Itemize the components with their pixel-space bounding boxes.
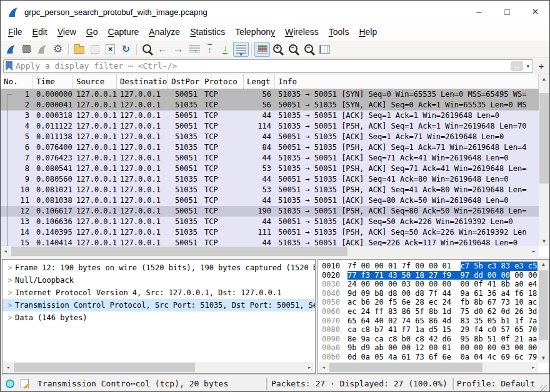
packet-list-hscrollbar[interactable]: ◄ ► [1, 246, 539, 257]
scroll-right-icon[interactable]: ► [529, 246, 539, 257]
auto-scroll-button[interactable]: ▾ [233, 42, 249, 57]
capture-start-button[interactable] [3, 42, 19, 57]
scroll-left-icon[interactable]: ◄ [319, 362, 328, 373]
detail-line[interactable]: >Transmission Control Protocol, Src Port… [2, 299, 315, 311]
scroll-left-icon[interactable]: ◄ [3, 362, 12, 373]
open-file-button[interactable] [71, 42, 87, 57]
menu-item-capture[interactable]: Capture [103, 25, 144, 39]
packet-row[interactable]: 20.000041127.0.0.1127.0.0.151035TCP56500… [1, 100, 539, 110]
hex-hscrollbar[interactable]: ◄ ► [319, 362, 538, 373]
hex-row[interactable]: 00107f 00 00 01 7f 00 00 01 c7 5b c3 83 … [322, 262, 538, 271]
packet-row[interactable]: 60.076400127.0.0.1127.0.0.151035TCP84500… [1, 142, 539, 153]
scroll-left-icon[interactable]: ◄ [1, 246, 10, 257]
hex-row[interactable]: 00908e 9a ca c8 b0 c8 42 d6 95 8b 51 0f … [322, 335, 538, 344]
packet-row[interactable]: 40.011122127.0.0.1127.0.0.150051TCP11451… [1, 121, 539, 132]
scroll-right-icon[interactable]: ► [529, 362, 538, 373]
vscroll-thumb[interactable] [539, 93, 549, 184]
packet-row[interactable]: 80.080541127.0.0.1127.0.0.150051TCP53510… [1, 164, 539, 174]
detail-line[interactable]: >Null/Loopback [2, 274, 315, 287]
apply-filter-button[interactable]: → [511, 61, 523, 71]
zoom-in-button[interactable]: + [270, 42, 286, 57]
chevron-right-icon[interactable]: > [5, 274, 15, 287]
packet-row[interactable]: 150.140414127.0.0.1127.0.0.150051TCP4451… [1, 238, 539, 246]
save-file-button[interactable] [87, 42, 102, 57]
column-header-no[interactable]: No. [1, 74, 33, 89]
packet-row[interactable]: 50.011138127.0.0.1127.0.0.151035TCP44500… [1, 132, 539, 142]
capture-options-button[interactable]: ⚙ [50, 42, 66, 57]
hex-row[interactable]: 00409d 09 b8 d8 00 d8 7f 44 9a 61 36 a4 … [322, 289, 538, 298]
close-file-button[interactable]: × [102, 42, 118, 57]
detail-line[interactable]: >Frame 12: 190 bytes on wire (1520 bits)… [2, 262, 315, 274]
hex-row[interactable]: 0060ec 24 ff 83 86 5f 8b 1d 75 d0 62 0d … [322, 307, 538, 316]
detail-line[interactable]: >Internet Protocol Version 4, Src: 127.0… [2, 287, 315, 299]
menu-item-statistics[interactable]: Statistics [185, 25, 230, 39]
resize-grip[interactable] [540, 385, 548, 392]
hex-row[interactable]: 003024 00 00 00 03 00 00 00 00 0f 41 8b … [322, 280, 538, 289]
scroll-up-icon[interactable]: ▲ [538, 260, 549, 269]
hex-vscrollbar[interactable]: ▲ ▼ [538, 260, 549, 363]
packet-row[interactable]: 10.000000127.0.0.1127.0.0.150051TCP56510… [1, 89, 539, 100]
packet-row[interactable]: 110.081038127.0.0.1127.0.0.150051TCP4451… [1, 195, 539, 206]
column-header-length[interactable]: Lengt [244, 74, 275, 89]
capture-restart-button[interactable] [34, 42, 50, 57]
menu-item-view[interactable]: View [52, 25, 81, 39]
go-to-packet-button[interactable]: → [186, 42, 202, 57]
menu-item-wireless[interactable]: Wireless [280, 25, 324, 39]
close-button[interactable]: × [521, 1, 549, 23]
column-header-protocol[interactable]: Protoco [201, 74, 244, 89]
scroll-right-icon[interactable]: ► [305, 362, 314, 373]
packet-row[interactable]: 120.106617127.0.0.1127.0.0.150051TCP1905… [1, 206, 539, 217]
display-filter-input[interactable] [16, 61, 511, 71]
packet-row[interactable]: 140.140395127.0.0.1127.0.0.151035TCP1115… [1, 227, 539, 238]
menu-item-tools[interactable]: Tools [324, 25, 354, 39]
packet-list-vscrollbar[interactable]: ▲ ▼ [539, 74, 549, 246]
hex-row[interactable]: 002077 f3 71 43 50 18 27 f9 97 dd 00 00 … [322, 271, 538, 280]
chevron-right-icon[interactable]: > [5, 287, 15, 299]
packet-row[interactable]: 30.000318127.0.0.1127.0.0.150051TCP44510… [1, 110, 539, 121]
chevron-right-icon[interactable]: > [5, 262, 15, 274]
vscroll-thumb[interactable] [539, 270, 548, 340]
hscroll-thumb[interactable] [11, 247, 348, 256]
hscroll-thumb[interactable] [329, 363, 482, 372]
menu-item-file[interactable]: File [3, 25, 28, 39]
column-header-source[interactable]: Source [73, 74, 117, 89]
column-header-dstport[interactable]: DstPor [168, 74, 201, 89]
menu-item-analyze[interactable]: Analyze [144, 25, 185, 39]
maximize-button[interactable]: □ [493, 1, 521, 23]
details-hscrollbar[interactable]: ◄ ► [3, 362, 314, 373]
filter-dropdown-icon[interactable]: ▾ [525, 63, 531, 69]
profile-status[interactable]: Profile: Default [457, 379, 535, 388]
go-last-packet-button[interactable]: ↓ [218, 42, 233, 57]
column-header-time[interactable]: Time [33, 74, 73, 89]
hex-row[interactable]: 007065 64 40 02 74 65 86 4d 83 35 05 b1 … [322, 316, 538, 326]
zoom-normal-button[interactable]: − [301, 42, 317, 57]
menu-item-go[interactable]: Go [81, 25, 103, 39]
hex-row[interactable]: 0080ca c8 b7 41 f7 1a d5 15 29 f4 c0 57 … [322, 325, 538, 335]
scroll-down-icon[interactable]: ▼ [538, 353, 549, 363]
hex-row[interactable]: 00b00d 0a 05 4a 61 73 6f 6e 0a 04 4c 69 … [322, 353, 538, 362]
colorize-packets-button[interactable] [254, 42, 270, 57]
packet-row[interactable]: 130.106636127.0.0.1127.0.0.151035TCP4450… [1, 217, 539, 227]
reload-file-button[interactable]: ↻ [118, 42, 134, 57]
detail-line[interactable]: >Data (146 bytes) [2, 311, 315, 324]
packet-row[interactable]: 70.076423127.0.0.1127.0.0.150051TCP44510… [1, 153, 539, 164]
expert-info-icon[interactable] [6, 380, 14, 388]
zoom-out-button[interactable]: − [286, 42, 301, 57]
hscroll-thumb[interactable] [14, 363, 195, 372]
hex-row[interactable]: 0050ac b6 20 f5 6e 28 ec 24 fb 8b 67 73 … [322, 298, 538, 307]
find-packet-button[interactable] [139, 42, 155, 57]
go-back-button[interactable]: ← [155, 42, 171, 57]
menu-item-telephony[interactable]: Telephony [230, 25, 280, 39]
packet-row[interactable]: 100.081021127.0.0.1127.0.0.151035TCP5350… [1, 185, 539, 195]
menu-item-help[interactable]: Help [354, 25, 382, 39]
go-first-packet-button[interactable]: ↑ [202, 42, 218, 57]
filter-bookmark-icon[interactable] [6, 61, 12, 71]
capture-stop-button[interactable] [19, 42, 34, 57]
menu-item-edit[interactable]: Edit [28, 25, 52, 39]
scroll-down-icon[interactable]: ▼ [539, 237, 549, 246]
chevron-right-icon[interactable]: > [5, 311, 15, 324]
column-header-info[interactable]: Info [275, 74, 539, 89]
column-header-destination[interactable]: Destinatio [117, 74, 168, 89]
go-forward-button[interactable]: → [171, 42, 186, 57]
chevron-right-icon[interactable]: > [5, 299, 15, 311]
